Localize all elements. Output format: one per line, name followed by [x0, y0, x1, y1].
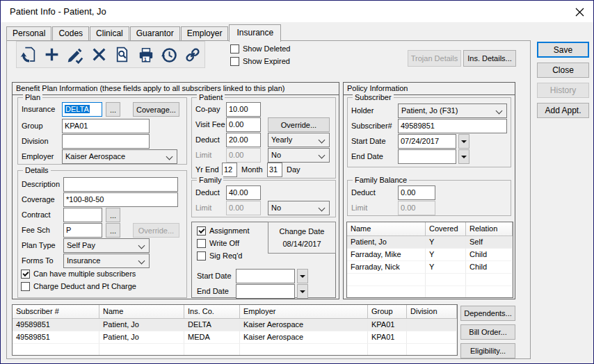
- insurance-input[interactable]: DELTA: [62, 102, 102, 117]
- checkbox-box: [197, 226, 206, 235]
- patient-info-dialog: Patient Info - Patient, Jo Personal Code…: [0, 0, 594, 364]
- show-expired-checkbox[interactable]: Show Expired: [230, 56, 290, 66]
- patient-override-button[interactable]: Override...: [268, 117, 330, 132]
- contract-input[interactable]: [63, 208, 102, 222]
- assignment-start-date-dropdown[interactable]: [297, 269, 308, 283]
- col-header-name[interactable]: Name: [99, 305, 184, 318]
- policy-start-date-input[interactable]: 07/24/2017: [398, 134, 456, 149]
- coverage-input[interactable]: *100-80-50: [63, 192, 178, 207]
- checkbox-label: Show Expired: [243, 57, 290, 65]
- family-deduct-input[interactable]: 40.00: [226, 185, 261, 200]
- family-limit-mode-select[interactable]: No: [268, 201, 330, 215]
- fee-sch-label: Fee Sch: [22, 226, 50, 234]
- bill-order-button[interactable]: Bill Order...: [460, 324, 515, 340]
- recall-icon[interactable]: [19, 45, 38, 64]
- yr-end-month-input[interactable]: 12: [222, 163, 237, 177]
- tab-codes[interactable]: Codes: [52, 26, 89, 41]
- month-label: Month: [241, 165, 263, 174]
- add-appt-button[interactable]: Add Appt.: [537, 103, 589, 118]
- assignment-checkbox[interactable]: Assignment: [197, 226, 249, 235]
- plan-type-select[interactable]: Self Pay: [63, 238, 150, 253]
- assignment-end-date-dropdown[interactable]: [297, 284, 308, 299]
- ins-details-button[interactable]: Ins. Details...: [463, 50, 516, 67]
- write-off-checkbox[interactable]: Write Off: [197, 238, 239, 248]
- insurance-browse-button[interactable]: ...: [106, 102, 120, 117]
- fee-sch-input[interactable]: P: [63, 223, 102, 238]
- multi-subscribers-checkbox[interactable]: Can have multiple subscribers: [21, 269, 136, 279]
- forms-to-select[interactable]: Insurance: [63, 254, 150, 268]
- fee-override-button: Override...: [133, 223, 179, 238]
- description-input[interactable]: [63, 177, 178, 192]
- history-icon[interactable]: [160, 45, 179, 64]
- member-row[interactable]: Farraday, Nick Y Child: [347, 261, 513, 274]
- sig-reqd-checkbox[interactable]: Sig Req'd: [197, 251, 242, 260]
- tab-clinical[interactable]: Clinical: [90, 26, 129, 41]
- fee-sch-browse-button[interactable]: ...: [106, 223, 120, 238]
- family-deduct-label: Deduct: [195, 188, 220, 197]
- col-header-ins-co[interactable]: Ins. Co.: [184, 305, 240, 318]
- contract-browse-button[interactable]: ...: [106, 208, 120, 222]
- policy-start-date-dropdown[interactable]: [458, 134, 469, 149]
- col-header-employer[interactable]: Employer: [240, 305, 368, 318]
- holder-label: Holder: [351, 106, 374, 115]
- patient-deduct-input[interactable]: 20.00: [226, 133, 261, 147]
- member-row[interactable]: Farraday, Mike Y Child: [347, 249, 513, 261]
- col-header-covered[interactable]: Covered: [426, 222, 466, 235]
- edit-icon[interactable]: [66, 45, 85, 64]
- print-icon[interactable]: 1: [136, 45, 155, 64]
- subscriber-row[interactable]: 49589851 Patient, Jo DELTA Kaiser Aerosp…: [13, 319, 457, 331]
- family-group-title: Family: [197, 175, 223, 185]
- visit-fee-input[interactable]: 0.00: [226, 117, 261, 132]
- fb-limit-input: 0.00: [398, 201, 435, 215]
- tab-personal[interactable]: Personal: [6, 26, 51, 41]
- tab-insurance[interactable]: Insurance: [229, 24, 281, 42]
- description-label: Description: [22, 180, 60, 188]
- member-row[interactable]: Patient, Jo Y Self: [347, 236, 513, 249]
- delete-icon[interactable]: [90, 45, 109, 64]
- fb-deduct-input[interactable]: 0.00: [398, 185, 435, 200]
- window-title: Patient Info - Patient, Jo: [10, 6, 106, 17]
- dependents-button[interactable]: Dependents...: [460, 306, 515, 321]
- employer-select[interactable]: Kaiser Aerospace: [62, 149, 177, 164]
- col-header-division[interactable]: Division: [407, 305, 457, 318]
- close-button[interactable]: Close: [537, 63, 589, 78]
- checkbox-box: [230, 44, 239, 53]
- assignment-start-date-input[interactable]: [236, 269, 295, 283]
- co-pay-input[interactable]: 10.00: [226, 102, 261, 117]
- preview-icon[interactable]: [113, 45, 131, 64]
- link-icon[interactable]: [184, 45, 202, 64]
- division-input[interactable]: [62, 134, 150, 149]
- yr-end-day-input[interactable]: 31: [267, 163, 282, 177]
- cell: Y: [426, 249, 466, 261]
- limit-mode-select[interactable]: No: [268, 148, 330, 163]
- subscriber-row[interactable]: 49589851 Patient, Jo MEDA Kaiser Aerospa…: [13, 331, 457, 344]
- charge-deduct-checkbox[interactable]: Charge Deduct and Pt Charge: [21, 281, 136, 291]
- group-input[interactable]: KPA01: [62, 119, 150, 133]
- forms-to-value: Insurance: [67, 256, 100, 265]
- save-button[interactable]: Save: [537, 42, 589, 58]
- subscribers-table-header: Subscriber # Name Ins. Co. Employer Grou…: [13, 305, 457, 319]
- show-deleted-checkbox[interactable]: Show Deleted: [230, 44, 291, 53]
- eligibility-button[interactable]: Eligibility...: [460, 343, 515, 358]
- coverage-button[interactable]: Coverage...: [133, 102, 179, 117]
- deduct-period-select[interactable]: Yearly: [268, 133, 330, 147]
- cell: Farraday, Mike: [347, 249, 426, 261]
- add-icon[interactable]: [42, 45, 61, 64]
- col-header-relation[interactable]: Relation: [466, 222, 513, 235]
- assignment-end-date-input[interactable]: [236, 284, 295, 299]
- holder-select[interactable]: Patient, Jo (F31): [398, 104, 507, 118]
- policy-end-date-input[interactable]: [398, 149, 456, 164]
- tab-employer[interactable]: Employer: [181, 26, 229, 41]
- col-header-group[interactable]: Group: [368, 305, 407, 318]
- policy-end-date-dropdown[interactable]: [458, 149, 469, 164]
- checkbox-box: [21, 282, 30, 291]
- plan-group-title: Plan: [23, 92, 42, 102]
- col-header-subscriber[interactable]: Subscriber #: [13, 305, 99, 318]
- cell: Patient, Jo: [347, 236, 426, 249]
- tab-guarantor[interactable]: Guarantor: [130, 26, 180, 41]
- cell: Child: [466, 261, 513, 274]
- subscriber-no-input[interactable]: 49589851: [398, 119, 507, 133]
- col-header-name[interactable]: Name: [347, 222, 426, 235]
- close-icon[interactable]: [573, 6, 586, 18]
- division-label: Division: [22, 137, 49, 145]
